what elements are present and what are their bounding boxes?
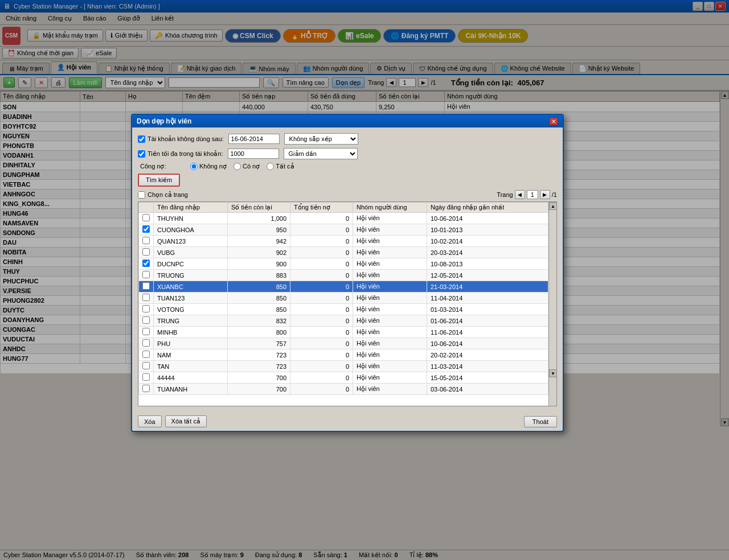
inner-col-nhom: Nhóm người dùng — [353, 203, 427, 213]
dialog-close-button[interactable]: ✕ — [549, 117, 558, 125]
inner-table-row[interactable]: 444447000Hội viên15-05-2014 — [139, 372, 548, 384]
congno-row: Công nợ: Không nợ Có nợ Tất cả — [138, 163, 557, 170]
filter1-date-input[interactable] — [228, 134, 280, 144]
inner-table-row[interactable]: TRUONG8830Hội viên12-05-2014 — [139, 270, 548, 281]
inner-table-row[interactable]: QUAN1239420Hội viên10-02-2014 — [139, 236, 548, 247]
search-row: Tìm kiếm — [138, 174, 557, 187]
radio-cono[interactable]: Có nợ — [234, 163, 260, 170]
dialog-footer: Xóa Xóa tất cả Thoát — [132, 412, 563, 431]
dialog-title-text: Dọn dẹp hội viên — [137, 117, 191, 125]
inner-col-cb — [139, 203, 154, 213]
filter2-sort-select[interactable]: Giảm dần Tăng dần Không sắp xếp — [284, 148, 358, 159]
search-button[interactable]: Tìm kiếm — [138, 174, 180, 187]
inner-table: Tên đăng nhập Số tiền còn lại Tổng tiền … — [138, 202, 548, 395]
dialog-title-bar: Dọn dẹp hội viên ✕ — [132, 115, 563, 127]
filter1-checkbox[interactable] — [138, 135, 145, 143]
dialog-page-num: 1 — [527, 190, 538, 199]
filter2-checkbox[interactable] — [138, 150, 145, 158]
inner-table-row[interactable]: XUANBC8500Hội viên21-03-2014 — [139, 281, 548, 293]
footer-left-buttons: Xóa Xóa tất cả — [138, 415, 207, 427]
inner-table-container: Tên đăng nhập Số tiền còn lại Tổng tiền … — [138, 201, 557, 406]
inner-table-row[interactable]: PHU7570Hội viên10-06-2014 — [139, 338, 548, 349]
inner-table-row[interactable]: VOTONG8500Hội viên01-03-2014 — [139, 304, 548, 315]
inner-col-tongno: Tổng tiền nợ — [290, 203, 353, 213]
inner-table-row[interactable]: DUCNPC9000Hội viên10-08-2013 — [139, 258, 548, 270]
inner-table-row[interactable]: VUBG9020Hội viên20-03-2014 — [139, 247, 548, 258]
filter2-value-input[interactable] — [228, 149, 279, 159]
inner-col-conlai: Số tiền còn lại — [228, 203, 290, 213]
inner-col-username: Tên đăng nhập — [154, 203, 228, 213]
dialog-page-next[interactable]: ▶ — [540, 190, 550, 199]
filter-row-2: Tiền tối đa trong tài khoản: Giảm dần Tă… — [138, 148, 557, 159]
inner-table-row[interactable]: TUANANH7000Hội viên03-06-2014 — [139, 384, 548, 395]
radio-khongno[interactable]: Không nợ — [190, 163, 227, 170]
radio-group: Không nợ Có nợ Tất cả — [190, 163, 294, 170]
dialog-dondep: Dọn dẹp hội viên ✕ Tài khoản không dùng … — [131, 114, 564, 432]
dialog-page-info: Trang ◀ 1 ▶ /1 — [497, 190, 557, 199]
filter2-label: Tiền tối đa trong tài khoản: — [148, 150, 223, 158]
filter1-sort-select[interactable]: Không sắp xếp Tăng dần Giảm dần — [284, 133, 358, 145]
chon-ca-trang-label: Chọn cả trang — [148, 191, 188, 199]
thoat-button[interactable]: Thoát — [524, 416, 557, 427]
inner-table-row[interactable]: NAM7230Hội viên20-02-2014 — [139, 349, 548, 361]
xoa-button[interactable]: Xóa — [138, 415, 162, 427]
radio-tatca[interactable]: Tất cả — [267, 163, 294, 170]
xoatat-button[interactable]: Xóa tất cả — [165, 415, 207, 427]
dialog-body: Tài khoản không dùng sau: Không sắp xếp … — [132, 127, 563, 412]
inner-table-row[interactable]: CUONGHOA9500Hội viên10-01-2013 — [139, 224, 548, 236]
filter-row-1: Tài khoản không dùng sau: Không sắp xếp … — [138, 133, 557, 145]
filter1-label: Tài khoản không dùng sau: — [148, 135, 224, 143]
inner-col-ngay: Ngày đăng nhập gần nhất — [427, 203, 548, 213]
inner-table-row[interactable]: TAN7230Hội viên11-03-2014 — [139, 361, 548, 372]
select-all-row: Chọn cả trang Trang ◀ 1 ▶ /1 — [138, 190, 557, 199]
inner-table-row[interactable]: THUYHN1,0000Hội viên10-06-2014 — [139, 213, 548, 224]
inner-table-row[interactable]: TUAN1238500Hội viên11-04-2014 — [139, 293, 548, 304]
inner-scrollbar[interactable]: ▲ ▼ — [548, 202, 556, 406]
inner-table-row[interactable]: MINHB8000Hội viên11-06-2014 — [139, 327, 548, 338]
chon-ca-trang-checkbox[interactable] — [138, 191, 145, 199]
dialog-page-prev[interactable]: ◀ — [515, 190, 525, 199]
chon-ca-trang-check[interactable]: Chọn cả trang — [138, 191, 188, 199]
inner-table-row[interactable]: TRUNG8320Hội viên01-06-2014 — [139, 315, 548, 327]
congno-label: Công nợ: — [140, 163, 186, 170]
